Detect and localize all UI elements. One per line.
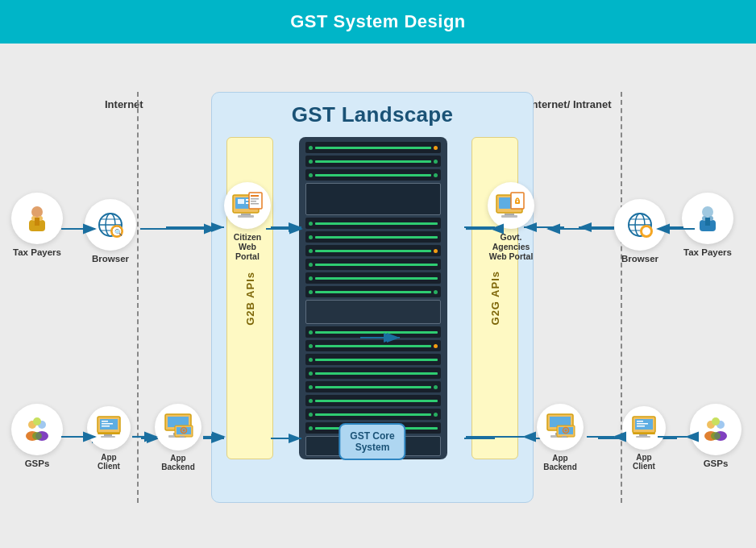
svg-rect-39: [251, 198, 259, 200]
svg-rect-40: [251, 201, 256, 202]
svg-rect-81: [180, 436, 185, 438]
svg-point-92: [565, 430, 567, 432]
gst-landscape-box: GST Landscape G2B APIs G2G APIs: [211, 92, 534, 503]
gst-core-label: GST CoreSystem: [339, 423, 405, 460]
browser-right-label: Browser: [621, 254, 658, 264]
browser-left-box: 🔍 Browser: [85, 199, 136, 264]
app-client-left-box: AppClient: [87, 406, 131, 471]
server-rack: [299, 137, 447, 459]
tax-payer-left-icon: [11, 193, 63, 244]
svg-rect-100: [637, 426, 645, 427]
app-client-right-label: AppClient: [633, 453, 655, 471]
svg-rect-74: [102, 426, 110, 427]
browser-left-icon: 🔍: [85, 199, 136, 251]
header: GST System Design: [0, 0, 756, 44]
svg-text:🔍: 🔍: [114, 228, 123, 236]
g2b-api-label: G2B APIs: [244, 272, 256, 326]
svg-rect-21: [35, 218, 39, 226]
svg-rect-45: [501, 215, 517, 218]
svg-point-83: [183, 430, 185, 432]
browser-left-label: Browser: [92, 254, 129, 264]
app-backend-left-icon: [155, 404, 201, 450]
svg-point-56: [702, 206, 713, 218]
browser-right-box: Browser: [614, 199, 666, 264]
gsp-right-box: GSPs: [690, 404, 741, 468]
svg-point-55: [642, 227, 650, 235]
svg-point-105: [712, 417, 720, 426]
svg-point-65: [33, 417, 41, 426]
gsp-left-box: GSPs: [11, 404, 63, 468]
gsp-right-label: GSPs: [704, 459, 729, 468]
app-backend-right-box: AppBackend: [537, 404, 584, 471]
tax-payer-left-box: Tax Payers: [11, 193, 63, 257]
page-title: GST System Design: [0, 0, 756, 44]
svg-rect-70: [101, 436, 115, 438]
internet-right-label: Internet/ Intranet: [529, 98, 612, 110]
svg-rect-72: [102, 421, 108, 422]
gsp-left-label: GSPs: [25, 459, 50, 468]
svg-rect-97: [633, 433, 655, 434]
g2g-api-label: G2G APIs: [489, 271, 501, 325]
tax-payer-right-label: Tax Payers: [683, 247, 732, 257]
govt-portal-label: Govt.AgenciesWeb Portal: [489, 232, 534, 261]
app-backend-right-icon: [537, 404, 584, 450]
app-client-left-icon: [87, 406, 131, 450]
gst-landscape-title: GST Landscape: [212, 93, 533, 132]
svg-rect-60: [705, 218, 710, 226]
dashed-line-1: [137, 92, 139, 503]
svg-rect-73: [102, 423, 113, 425]
app-client-left-label: AppClient: [98, 453, 120, 471]
svg-rect-96: [636, 436, 650, 438]
svg-rect-32: [238, 199, 244, 204]
gsp-right-icon: [690, 404, 741, 455]
citizen-portal-box: CitizenWebPortal: [224, 182, 271, 261]
govt-portal-icon: [488, 182, 534, 229]
svg-rect-38: [251, 195, 259, 197]
svg-rect-36: [238, 215, 254, 218]
svg-rect-98: [637, 421, 643, 422]
svg-point-48: [517, 201, 518, 202]
svg-rect-99: [637, 423, 648, 425]
svg-rect-90: [562, 436, 567, 438]
tax-payer-right-icon: [682, 193, 733, 244]
svg-rect-71: [98, 433, 120, 434]
main-area: Internet Internet/ Intranet GST Landscap…: [0, 44, 756, 548]
browser-right-icon: [614, 199, 666, 251]
svg-rect-41: [251, 203, 259, 205]
citizen-portal-label: CitizenWebPortal: [234, 232, 261, 261]
svg-point-17: [31, 206, 43, 218]
app-client-right-icon: [622, 406, 666, 450]
svg-point-106: [711, 432, 721, 440]
app-backend-left-box: AppBackend: [155, 404, 201, 471]
app-client-right-box: AppClient: [622, 406, 666, 471]
app-backend-right-label: AppBackend: [543, 454, 577, 471]
govt-portal-box: Govt.AgenciesWeb Portal: [488, 182, 534, 261]
svg-point-66: [32, 432, 42, 440]
tax-payer-left-label: Tax Payers: [13, 247, 61, 257]
gsp-left-icon: [11, 404, 63, 455]
citizen-portal-icon: [224, 182, 271, 229]
app-backend-left-label: AppBackend: [161, 454, 195, 471]
tax-payer-right-box: Tax Payers: [682, 193, 733, 257]
